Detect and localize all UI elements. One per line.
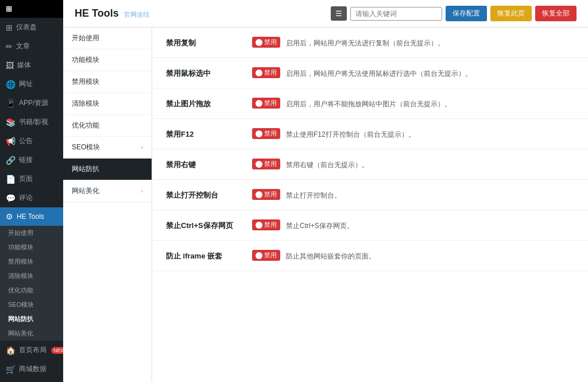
search-input[interactable]	[350, 7, 442, 21]
menu-icon-button[interactable]: ☰	[331, 6, 347, 21]
toggle-disable-console[interactable]: 禁用	[252, 189, 280, 200]
books-icon: 📚	[6, 118, 16, 127]
sidebar-item-links[interactable]: 🔗 链接	[0, 151, 63, 169]
sidebar-sub-protect[interactable]: 网站防扒	[0, 312, 63, 326]
plugin-nav: 开始使用 功能模块 禁用模块 清除模块 优化功能 SEO模块 › 网站防扒	[63, 28, 152, 382]
nav-disable[interactable]: 禁用模块	[63, 71, 152, 93]
sidebar-item-shop[interactable]: 🛒 商城数据	[0, 360, 63, 379]
setting-control-disable-drag: 禁用 启用后，用户将不能拖放网站中图片（前台无提示）。	[252, 98, 574, 109]
nav-seo[interactable]: SEO模块 ›	[63, 137, 152, 159]
links-icon: 🔗	[6, 156, 16, 165]
setting-control-disable-right: 禁用 禁用右键（前台无提示）。	[252, 159, 574, 170]
setting-control-disable-copy: 禁用 启用后，网站用户将无法进行复制（前台无提示）。	[252, 37, 574, 48]
setting-desc-disable-drag: 启用后，用户将不能拖放网站中图片（前台无提示）。	[286, 98, 451, 109]
setting-control-disable-f12: 禁用 禁止使用F12打开控制台（前台无提示）。	[252, 128, 574, 140]
setting-label-disable-f12: 禁用F12	[166, 128, 241, 140]
nav-beautify[interactable]: 网站美化 ›	[63, 180, 152, 202]
plugin-body: 开始使用 功能模块 禁用模块 清除模块 优化功能 SEO模块 › 网站防扒	[63, 28, 588, 382]
posts-icon: ✏	[6, 42, 13, 51]
toggle-dot	[256, 252, 262, 259]
toggle-disable-select[interactable]: 禁用	[252, 67, 280, 78]
setting-row-disable-right: 禁用右键 禁用 禁用右键（前台无提示）。	[152, 149, 588, 180]
nav-start[interactable]: 开始使用	[63, 28, 152, 49]
setting-control-disable-select: 禁用 启用后，网站用户将无法使用鼠标进行选中（前台无提示）。	[252, 67, 574, 79]
toggle-dot	[256, 130, 262, 137]
toggle-disable-right[interactable]: 禁用	[252, 159, 280, 169]
sidebar-item-network[interactable]: 🌐 网址	[0, 75, 63, 94]
setting-label-disable-drag: 禁止图片拖放	[166, 98, 241, 109]
toggle-dot	[256, 222, 262, 229]
toggle-dot	[256, 70, 262, 76]
setting-label-disable-ctrls: 禁止Ctrl+S保存网页	[166, 219, 241, 231]
sidebar-item-dashboard[interactable]: ⊞ 仪表盘	[0, 18, 63, 37]
sidebar-sub-start[interactable]: 开始使用	[0, 226, 63, 240]
seo-chevron-icon: ›	[141, 144, 143, 151]
sidebar-logo: ⊞	[0, 0, 63, 18]
sidebar-item-comments[interactable]: 💬 评论	[0, 188, 63, 207]
plugin-link[interactable]: 官网连结	[124, 11, 149, 18]
sidebar-item-homepage[interactable]: 🏠 首页布局 NEW	[0, 341, 63, 360]
hetools-icon: ⚙	[6, 212, 13, 221]
sidebar-item-books[interactable]: 📚 书籍/影视	[0, 113, 63, 132]
setting-desc-disable-iframe: 防止其他网站嵌套你的页面。	[286, 250, 376, 261]
setting-desc-disable-ctrls: 禁止Ctrl+S保存网页。	[286, 219, 354, 231]
settings-panel: 禁用复制 禁用 启用后，网站用户将无法进行复制（前台无提示）。 禁用鼠标选中 禁…	[152, 28, 588, 382]
app-icon: 📱	[6, 99, 16, 108]
nav-optimize[interactable]: 优化功能	[63, 115, 152, 137]
nav-protect[interactable]: 网站防扒	[63, 159, 152, 180]
plugin-subtitle: 官网连结	[124, 11, 149, 18]
homepage-icon: 🏠	[6, 346, 16, 355]
setting-desc-disable-copy: 启用后，网站用户将无法进行复制（前台无提示）。	[286, 37, 444, 48]
sidebar-item-app[interactable]: 📱 APP/资源	[0, 94, 63, 113]
nav-clear[interactable]: 清除模块	[63, 93, 152, 115]
ads-icon: 📢	[6, 137, 16, 146]
toggle-label-disable-drag: 禁用	[264, 99, 277, 107]
toggle-label-disable-copy: 禁用	[264, 38, 277, 47]
toggle-dot	[256, 191, 262, 198]
toggle-label-disable-console: 禁用	[264, 190, 277, 199]
media-icon: 🖼	[6, 61, 14, 70]
toggle-label-disable-iframe: 禁用	[264, 251, 277, 260]
save-config-button[interactable]: 保存配置	[446, 6, 487, 21]
beautify-chevron-icon: ›	[141, 188, 143, 194]
toggle-dot	[256, 100, 262, 107]
sidebar-submenu: 开始使用 功能模块 禁用模块 清除模块 优化功能 SEO模块 网站防扒 网站美化	[0, 226, 63, 341]
plugin-header: HE Tools 官网连结 ☰ 保存配置 恢复此页 恢复全部	[63, 0, 588, 28]
setting-control-disable-ctrls: 禁用 禁止Ctrl+S保存网页。	[252, 219, 574, 231]
sidebar-sub-clear[interactable]: 清除模块	[0, 269, 63, 283]
restore-all-button[interactable]: 恢复全部	[535, 6, 577, 21]
setting-label-disable-console: 禁止打开控制台	[166, 189, 241, 200]
sidebar-item-ads[interactable]: 📢 公告	[0, 132, 63, 151]
sidebar: ⊞ ⊞ 仪表盘 ✏ 文章 🖼 媒体 🌐 网址 📱 APP/资源 📚 书籍/影视 …	[0, 0, 63, 382]
toggle-disable-copy[interactable]: 禁用	[252, 37, 280, 48]
sidebar-item-hetools[interactable]: ⚙ HE Tools	[0, 207, 63, 226]
toggle-label-disable-ctrls: 禁用	[264, 221, 277, 229]
network-icon: 🌐	[6, 80, 16, 89]
toggle-label-disable-f12: 禁用	[264, 129, 277, 138]
toggle-disable-iframe[interactable]: 禁用	[252, 250, 280, 261]
sidebar-item-posts[interactable]: ✏ 文章	[0, 37, 63, 56]
dashboard-icon: ⊞	[6, 23, 13, 32]
sidebar-sub-seo[interactable]: SEO模块	[0, 298, 63, 312]
sidebar-sub-beautify[interactable]: 网站美化	[0, 326, 63, 341]
setting-label-disable-right: 禁用右键	[166, 159, 241, 170]
main-content: HE Tools 官网连结 ☰ 保存配置 恢复此页 恢复全部 开始使用 功能模块…	[63, 0, 588, 382]
setting-label-disable-iframe: 防止 iframe 嵌套	[166, 250, 241, 261]
toggle-dot	[256, 39, 262, 46]
toggle-label-disable-right: 禁用	[264, 160, 277, 168]
restore-page-button[interactable]: 恢复此页	[490, 6, 532, 21]
sidebar-sub-optimize[interactable]: 优化功能	[0, 283, 63, 298]
sidebar-sub-features[interactable]: 功能模块	[0, 240, 63, 254]
toggle-disable-ctrls[interactable]: 禁用	[252, 219, 280, 230]
plugin-title: HE Tools	[75, 7, 119, 19]
sidebar-item-theme[interactable]: 🎨 主题设置	[0, 379, 63, 382]
sidebar-sub-disable[interactable]: 禁用模块	[0, 254, 63, 269]
setting-row-disable-select: 禁用鼠标选中 禁用 启用后，网站用户将无法使用鼠标进行选中（前台无提示）。	[152, 58, 588, 88]
toggle-disable-f12[interactable]: 禁用	[252, 128, 280, 139]
toggle-disable-drag[interactable]: 禁用	[252, 98, 280, 109]
setting-control-disable-iframe: 禁用 防止其他网站嵌套你的页面。	[252, 250, 574, 261]
setting-row-disable-console: 禁止打开控制台 禁用 禁止打开控制台。	[152, 180, 588, 210]
sidebar-item-pages[interactable]: 📄 页面	[0, 169, 63, 188]
sidebar-item-media[interactable]: 🖼 媒体	[0, 56, 63, 75]
nav-features[interactable]: 功能模块	[63, 49, 152, 71]
